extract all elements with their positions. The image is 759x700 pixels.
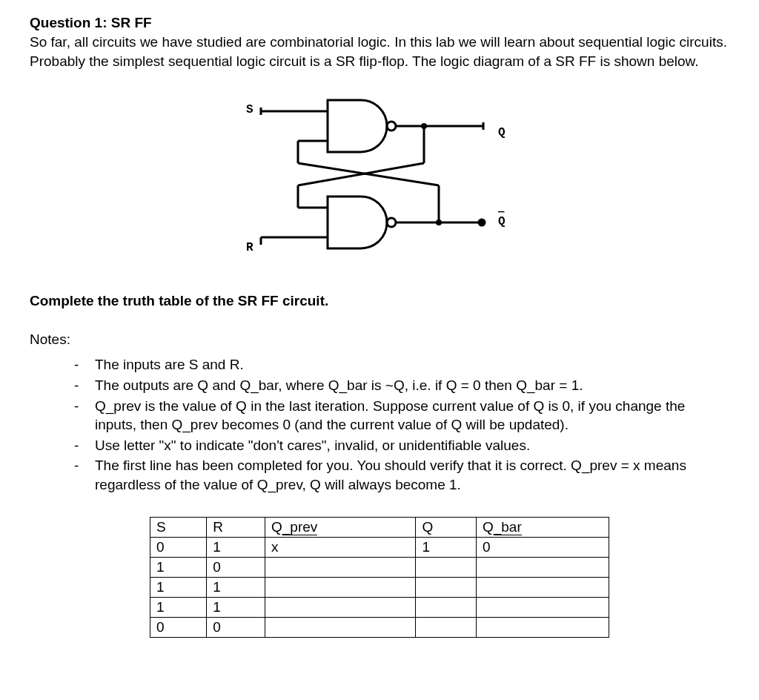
table-row: 1 1 bbox=[150, 597, 609, 617]
cell bbox=[416, 577, 477, 597]
th-r: R bbox=[207, 517, 265, 537]
sr-ff-svg bbox=[216, 93, 543, 263]
cell bbox=[265, 577, 415, 597]
cell bbox=[416, 617, 477, 637]
truth-table-container: S R Q_prev Q Q_bar 0 1 x 1 0 1 0 1 1 bbox=[30, 517, 729, 638]
note-item: The first line has been completed for yo… bbox=[74, 456, 729, 494]
th-s: S bbox=[150, 517, 207, 537]
label-s: S bbox=[246, 103, 253, 116]
diagram-container: S R Q — Q bbox=[30, 93, 729, 263]
svg-point-1 bbox=[387, 218, 396, 227]
th-q: Q bbox=[416, 517, 477, 537]
question-heading: Question 1: SR FF bbox=[30, 15, 729, 31]
label-qbar: Q bbox=[498, 215, 506, 228]
cell: 1 bbox=[150, 597, 207, 617]
cell bbox=[416, 557, 477, 577]
cell bbox=[265, 597, 415, 617]
truth-table: S R Q_prev Q Q_bar 0 1 x 1 0 1 0 1 1 bbox=[150, 517, 609, 638]
svg-point-0 bbox=[387, 122, 396, 131]
note-item: The outputs are Q and Q_bar, where Q_bar… bbox=[74, 376, 729, 395]
cell: 0 bbox=[150, 617, 207, 637]
notes-title: Notes: bbox=[30, 331, 729, 348]
cell bbox=[265, 557, 415, 577]
cell: 1 bbox=[207, 577, 265, 597]
cell: 0 bbox=[150, 537, 207, 557]
note-item: Q_prev is the value of Q in the last ite… bbox=[74, 397, 729, 435]
table-row: 1 1 bbox=[150, 577, 609, 597]
th-qprev: Q_prev bbox=[265, 517, 415, 537]
th-qbar: Q_bar bbox=[476, 517, 609, 537]
task-instruction: Complete the truth table of the SR FF ci… bbox=[30, 293, 729, 309]
notes-list: The inputs are S and R. The outputs are … bbox=[30, 355, 729, 494]
cell bbox=[476, 597, 609, 617]
cell: 0 bbox=[207, 557, 265, 577]
svg-point-19 bbox=[436, 219, 442, 225]
cell: 0 bbox=[476, 537, 609, 557]
note-item: Use letter "x" to indicate "don't cares"… bbox=[74, 436, 729, 455]
cell bbox=[476, 577, 609, 597]
cell bbox=[265, 617, 415, 637]
cell: 1 bbox=[150, 557, 207, 577]
label-r: R bbox=[246, 241, 253, 254]
cell: 1 bbox=[150, 577, 207, 597]
cell: 1 bbox=[207, 537, 265, 557]
cell bbox=[476, 617, 609, 637]
table-header-row: S R Q_prev Q Q_bar bbox=[150, 517, 609, 537]
cell: x bbox=[265, 537, 415, 557]
svg-point-17 bbox=[479, 219, 485, 225]
table-row: 0 1 x 1 0 bbox=[150, 537, 609, 557]
note-item: The inputs are S and R. bbox=[74, 355, 729, 374]
cell bbox=[416, 597, 477, 617]
svg-point-18 bbox=[421, 123, 427, 129]
sr-ff-diagram: S R Q — Q bbox=[216, 93, 543, 263]
table-row: 0 0 bbox=[150, 617, 609, 637]
cell bbox=[476, 557, 609, 577]
intro-text: So far, all circuits we have studied are… bbox=[30, 33, 729, 70]
cell: 1 bbox=[207, 597, 265, 617]
cell: 1 bbox=[416, 537, 477, 557]
label-q: Q bbox=[498, 126, 506, 139]
cell: 0 bbox=[207, 617, 265, 637]
table-row: 1 0 bbox=[150, 557, 609, 577]
